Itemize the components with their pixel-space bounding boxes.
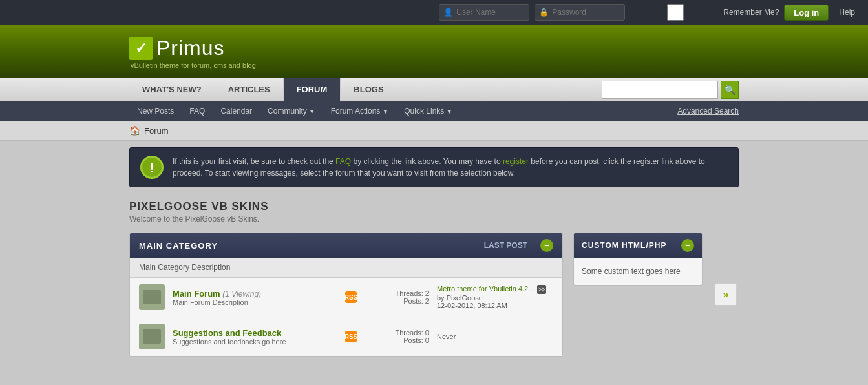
forum-subtitle: Welcome to the PixelGoose vB Skins. xyxy=(129,214,739,224)
logo-title: ✓ Primus xyxy=(129,36,855,60)
user-icon: 👤 xyxy=(443,8,453,17)
category-header-right: LAST POST − xyxy=(484,239,553,252)
subnav-new-posts[interactable]: New Posts xyxy=(129,101,182,121)
last-post-by: by PixelGoose xyxy=(437,294,553,302)
forum-icon-inner xyxy=(143,329,161,344)
quick-links-arrow: ▼ xyxy=(446,108,452,115)
header: ✓ Primus vBulletin theme for forum, cms … xyxy=(0,25,868,78)
remember-label[interactable]: Remember Me? xyxy=(630,4,779,21)
breadcrumb: 🏠 Forum xyxy=(0,121,868,141)
rss-icon[interactable]: RSS xyxy=(345,331,357,342)
forum-icon xyxy=(139,284,165,310)
forum-description: Suggestions and feedbacks go here xyxy=(173,338,337,346)
table-row: Suggestions and Feedback Suggestions and… xyxy=(130,317,562,356)
subnav-community[interactable]: Community ▼ xyxy=(260,101,323,121)
last-post-label: LAST POST xyxy=(484,241,527,250)
username-wrapper: 👤 xyxy=(439,4,529,21)
subnav-forum-actions[interactable]: Forum Actions ▼ xyxy=(323,101,397,121)
subnav-calendar[interactable]: Calendar xyxy=(213,101,260,121)
forum-actions-arrow: ▼ xyxy=(382,108,388,115)
forum-icon-inner xyxy=(143,290,161,304)
notice-faq-link[interactable]: FAQ xyxy=(335,157,351,166)
custom-panel-collapse-button[interactable]: − xyxy=(681,239,694,252)
collapse-button[interactable]: − xyxy=(540,239,553,252)
home-icon[interactable]: 🏠 xyxy=(129,125,140,136)
forum-info: Main Forum (1 Viewing) Main Forum Descri… xyxy=(173,289,337,306)
last-post-icon: >> xyxy=(537,285,546,294)
notice-box: ! If this is your first visit, be sure t… xyxy=(129,147,739,187)
posts-count: Posts: 2 xyxy=(365,297,429,305)
forum-stats: Threads: 0 Posts: 0 xyxy=(365,329,429,344)
forum-viewing: (1 Viewing) xyxy=(222,289,261,298)
help-link[interactable]: Help xyxy=(839,8,855,17)
logo-text: Primus xyxy=(156,36,225,60)
rss-icon[interactable]: RSS xyxy=(345,291,357,303)
tab-whats-new[interactable]: WHAT'S NEW? xyxy=(129,78,215,101)
subnav-faq[interactable]: FAQ xyxy=(182,101,213,121)
last-post-link[interactable]: Metro theme for Vbulletin 4.2... xyxy=(437,285,534,293)
tab-articles[interactable]: ARTICLES xyxy=(215,78,284,101)
lock-icon: 🔒 xyxy=(539,8,549,17)
advanced-search-link[interactable]: Advanced Search xyxy=(677,101,739,121)
logo-area: ✓ Primus vBulletin theme for forum, cms … xyxy=(129,36,855,69)
sub-nav: New Posts FAQ Calendar Community ▼ Forum… xyxy=(0,101,868,121)
custom-panel-header: CUSTOM HTML/PHP − xyxy=(574,233,702,258)
forum-name-link[interactable]: Main Forum xyxy=(173,289,220,298)
forum-last-post: Metro theme for Vbulletin 4.2... >> by P… xyxy=(437,285,553,309)
forum-name-link[interactable]: Suggestions and Feedback xyxy=(173,328,281,338)
posts-count: Posts: 0 xyxy=(365,337,429,344)
forum-title-area: PIXELGOOSE VB SKINS Welcome to the Pixel… xyxy=(0,194,868,227)
last-post-title: Metro theme for Vbulletin 4.2... >> xyxy=(437,285,553,294)
top-bar: 👤 🔒 Remember Me? Log in Help xyxy=(0,0,868,25)
threads-count: Threads: 2 xyxy=(365,289,429,297)
category-header: MAIN CATEGORY LAST POST − xyxy=(130,233,562,258)
forum-name-row: Suggestions and Feedback xyxy=(173,328,337,338)
custom-panel-body: Some custom text goes here xyxy=(574,258,702,285)
notice-icon: ! xyxy=(140,156,164,179)
last-post-date: 12-02-2012, 08:12 AM xyxy=(437,302,553,309)
threads-count: Threads: 0 xyxy=(365,329,429,337)
forum-stats: Threads: 2 Posts: 2 xyxy=(365,289,429,305)
forum-description: Main Forum Description xyxy=(173,298,337,306)
main-nav-tabs: WHAT'S NEW? ARTICLES FORUM BLOGS xyxy=(129,78,602,101)
tab-blogs[interactable]: BLOGS xyxy=(341,78,397,101)
search-input[interactable] xyxy=(602,81,718,99)
search-box: 🔍 xyxy=(602,81,739,99)
custom-panel: CUSTOM HTML/PHP − Some custom text goes … xyxy=(573,233,703,286)
side-panel: CUSTOM HTML/PHP − Some custom text goes … xyxy=(573,233,703,357)
community-arrow: ▼ xyxy=(309,108,315,115)
content-area: MAIN CATEGORY LAST POST − Main Category … xyxy=(0,227,868,369)
password-wrapper: 🔒 xyxy=(535,4,625,21)
tab-forum[interactable]: FORUM xyxy=(284,78,341,101)
search-button[interactable]: 🔍 xyxy=(721,81,739,99)
logo-subtitle: vBulletin theme for forum, cms and blog xyxy=(131,61,855,69)
forum-last-post: Never xyxy=(437,333,553,340)
category-table: MAIN CATEGORY LAST POST − Main Category … xyxy=(129,233,563,357)
logo-icon: ✓ xyxy=(129,37,153,60)
remember-checkbox[interactable] xyxy=(630,4,721,21)
last-post-never: Never xyxy=(437,333,553,340)
subnav-quick-links[interactable]: Quick Links ▼ xyxy=(396,101,460,121)
custom-panel-title: CUSTOM HTML/PHP xyxy=(582,241,666,250)
right-arrow-button[interactable]: » xyxy=(714,283,737,306)
main-panel: MAIN CATEGORY LAST POST − Main Category … xyxy=(129,233,563,357)
category-description: Main Category Description xyxy=(130,258,562,278)
forum-icon xyxy=(139,324,165,349)
main-nav: WHAT'S NEW? ARTICLES FORUM BLOGS 🔍 xyxy=(0,78,868,101)
breadcrumb-forum: Forum xyxy=(144,126,169,136)
forum-info: Suggestions and Feedback Suggestions and… xyxy=(173,328,337,346)
right-arrow-panel: » xyxy=(713,233,739,357)
table-row: Main Forum (1 Viewing) Main Forum Descri… xyxy=(130,278,562,317)
sub-nav-left: New Posts FAQ Calendar Community ▼ Forum… xyxy=(129,101,460,121)
login-button[interactable]: Log in xyxy=(784,5,829,21)
forum-title: PIXELGOOSE VB SKINS xyxy=(129,200,739,213)
forum-name-row: Main Forum (1 Viewing) xyxy=(173,289,337,298)
notice-register-link[interactable]: register xyxy=(503,157,529,166)
notice-text: If this is your first visit, be sure to … xyxy=(173,156,728,179)
category-title: MAIN CATEGORY xyxy=(139,241,218,251)
